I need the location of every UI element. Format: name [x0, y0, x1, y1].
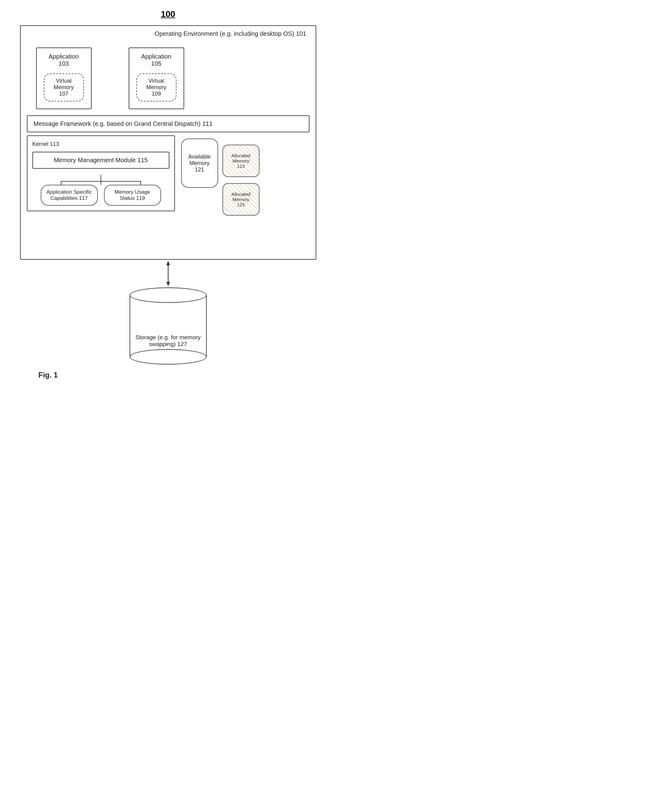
applications-row: Application103 VirtualMemory107 Applicat…	[27, 48, 309, 109]
available-memory-box: AvailableMemory121	[181, 139, 218, 188]
allocated-memory-125-box: AllocatedMemory125	[222, 183, 259, 216]
cylinder-bottom	[130, 349, 207, 364]
allocated-memory-125-label: AllocatedMemory125	[231, 192, 251, 207]
allocated-memory-123-box: AllocatedMemory123	[222, 145, 259, 177]
page-title: 100	[0, 0, 336, 19]
virtual-memory-107-label: VirtualMemory107	[54, 78, 74, 97]
allocated-memory-col: AllocatedMemory123 AllocatedMemory125	[222, 139, 262, 216]
kernel-label: Kernel 113	[32, 141, 170, 147]
allocated-memory-123-label: AllocatedMemory123	[231, 153, 251, 169]
application-105-label: Application105	[134, 53, 179, 67]
cylinder-body: Storage (e.g. for memoryswapping) 127	[130, 295, 207, 357]
memory-management-module-box: Memory Management Module 115	[32, 152, 170, 169]
app-specific-capabilities-box: Application SpecificCapabilities 117	[41, 185, 98, 206]
kernel-box: Kernel 113 Memory Management Module 115 …	[27, 136, 175, 211]
virtual-memory-109-label: VirtualMemory109	[146, 78, 166, 97]
storage-cylinder: Storage (e.g. for memoryswapping) 127	[130, 287, 207, 364]
diagram-container: Operating Environment (e.g. including de…	[20, 25, 316, 379]
arrow-up-head	[166, 261, 170, 265]
arrow-down-head	[166, 282, 170, 286]
operating-environment-label: Operating Environment (e.g. including de…	[155, 30, 306, 37]
virtual-memory-109-box: VirtualMemory109	[136, 73, 176, 101]
message-framework-label: Message Framework (e.g. based on Grand C…	[34, 120, 303, 128]
message-framework-box: Message Framework (e.g. based on Grand C…	[27, 115, 309, 132]
mmm-children-row: Application SpecificCapabilities 117 Mem…	[32, 185, 170, 206]
bidirectional-arrow-svg	[162, 260, 174, 287]
cylinder-top	[130, 287, 207, 303]
application-103-label: Application103	[42, 53, 86, 67]
virtual-memory-107-box: VirtualMemory107	[44, 73, 84, 101]
operating-environment-box: Operating Environment (e.g. including de…	[20, 25, 316, 260]
bidirectional-arrow-container	[20, 260, 316, 287]
memory-usage-status-box: Memory UsageStatus 119	[104, 185, 161, 206]
fig-label: Fig. 1	[38, 371, 316, 379]
application-103-box: Application103 VirtualMemory107	[36, 48, 92, 109]
application-105-box: Application105 VirtualMemory109	[129, 48, 184, 109]
storage-label: Storage (e.g. for memoryswapping) 127	[130, 334, 206, 348]
storage-section: Storage (e.g. for memoryswapping) 127	[20, 287, 316, 364]
